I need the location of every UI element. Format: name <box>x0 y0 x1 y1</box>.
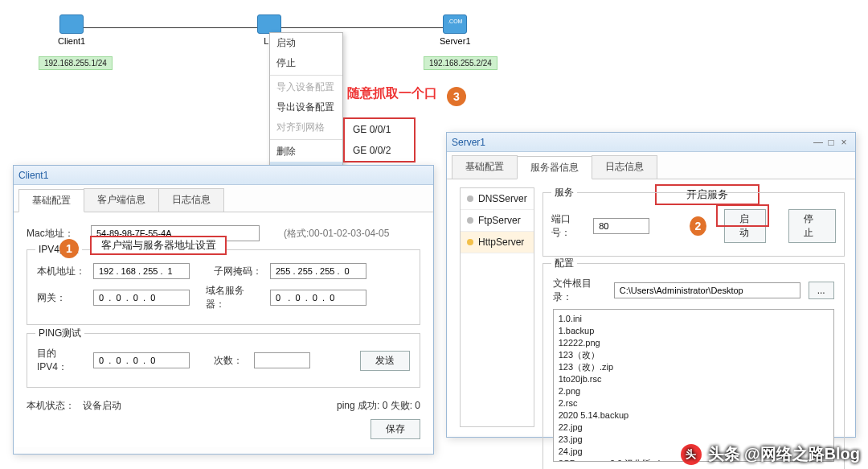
close-icon: × <box>837 137 850 148</box>
server-body: DNSServer FtpServer HttpServer 开启服务 服务 端… <box>447 179 855 435</box>
file-item[interactable]: 2020 5.14.backup <box>559 409 829 422</box>
gw-input[interactable] <box>93 290 190 306</box>
menu-item-delete[interactable]: 删除 <box>270 142 342 162</box>
circle-3: 3 <box>447 87 466 106</box>
minimize-icon: — <box>812 137 825 148</box>
service-fieldset: 服务 端口号： 2 启动 停止 <box>542 192 845 257</box>
mac-hint: (格式:00-01-02-03-04-05 <box>284 227 389 241</box>
file-item[interactable]: 12222.png <box>559 337 829 349</box>
localip-label: 本机地址： <box>37 265 85 278</box>
tab-basic[interactable]: 基础配置 <box>18 189 84 212</box>
tab-serverinfo[interactable]: 服务器信息 <box>517 156 592 179</box>
menu-item-start[interactable]: 启动 <box>270 33 342 53</box>
annotation-capture: 随意抓取一个口 <box>347 85 437 102</box>
annotation-box: 客户端与服务器地址设置 <box>90 236 227 255</box>
tab-basic[interactable]: 基础配置 <box>452 155 518 179</box>
target-input[interactable] <box>93 352 190 368</box>
menu-item-align: 对齐到网格 <box>270 117 342 138</box>
port-input[interactable] <box>593 218 649 234</box>
link-line <box>80 27 265 28</box>
client-window: Client1 基础配置 客户端信息 日志信息 Mac地址： (格式:00-01… <box>13 165 434 455</box>
page-watermark: 头 头条 @网络之路Blog <box>681 443 861 465</box>
service-dns[interactable]: DNSServer <box>461 188 534 210</box>
root-input[interactable] <box>614 282 800 298</box>
menu-item-export[interactable]: 导出设备配置 <box>270 97 342 117</box>
device-label: Client1 <box>58 36 85 46</box>
tab-clientinfo[interactable]: 客户端信息 <box>84 188 159 212</box>
file-item[interactable]: 123（改） <box>559 349 829 361</box>
count-input[interactable] <box>254 352 310 368</box>
switch-icon <box>257 14 281 34</box>
send-button[interactable]: 发送 <box>360 351 410 371</box>
config-fieldset: 配置 文件根目录： ... 1.0.ini1.backup12222.png12… <box>542 263 845 469</box>
server-icon <box>443 14 467 34</box>
toutiao-icon: 头 <box>681 444 702 465</box>
status-value: 设备启动 <box>83 399 121 413</box>
window-title: Server1 <box>452 137 485 148</box>
status-label: 本机状态： <box>27 399 75 413</box>
menu-item-stop[interactable]: 停止 <box>270 53 342 73</box>
status-dot <box>467 217 473 224</box>
watermark-text: 头条 @网络之路Blog <box>708 443 861 465</box>
tabs: 基础配置 服务器信息 日志信息 <box>447 152 855 179</box>
tab-log[interactable]: 日志信息 <box>592 155 657 179</box>
file-item[interactable]: 1.0.ini <box>559 313 829 325</box>
count-label: 次数： <box>214 354 246 368</box>
titlebar[interactable]: Client1 <box>14 166 433 185</box>
window-controls[interactable]: —□× <box>812 137 850 148</box>
service-label: FtpServer <box>478 215 521 226</box>
ping-legend: PING测试 <box>35 327 84 340</box>
file-item[interactable]: 1to20jb.rsc <box>559 373 829 385</box>
circle-1: 1 <box>59 239 79 258</box>
svc-legend: 服务 <box>551 186 577 200</box>
tabs: 基础配置 客户端信息 日志信息 <box>14 185 433 212</box>
menu-separator <box>270 75 342 76</box>
browse-button[interactable]: ... <box>809 282 834 299</box>
server-window: Server1 —□× 基础配置 服务器信息 日志信息 DNSServer Ft… <box>446 132 856 438</box>
localip-input[interactable] <box>93 263 190 279</box>
dns-label: 域名服务器： <box>206 284 262 311</box>
status-dot <box>467 195 473 202</box>
submenu-item[interactable]: GE 0/0/2 <box>345 140 414 161</box>
ping-status: ping 成功: 0 失败: 0 <box>337 399 420 413</box>
menu-separator <box>270 139 342 140</box>
window-title: Client1 <box>18 170 48 181</box>
menu-item-import: 导入设备配置 <box>270 77 342 97</box>
device-label: Server1 <box>440 36 471 46</box>
dns-input[interactable] <box>270 290 366 306</box>
titlebar[interactable]: Server1 —□× <box>447 133 855 152</box>
service-list: DNSServer FtpServer HttpServer <box>460 187 534 427</box>
stop-button[interactable]: 停止 <box>788 209 835 243</box>
link-line <box>277 27 446 28</box>
file-item[interactable]: 2.rsc <box>559 397 829 409</box>
ping-fieldset: PING测试 目的IPV4： 次数： 发送 <box>27 333 420 388</box>
port-label: 端口号： <box>551 212 586 240</box>
file-item[interactable]: 2.png <box>559 385 829 397</box>
ipv4-fieldset: IPV4配置 1 客户端与服务器地址设置 本机地址： 子网掩码： 网关： 域名服… <box>27 249 420 325</box>
gw-label: 网关： <box>37 291 85 305</box>
cfg-legend: 配置 <box>551 257 577 270</box>
file-item[interactable]: 123（改）.zip <box>559 361 829 373</box>
context-submenu[interactable]: GE 0/0/1 GE 0/0/2 <box>343 117 416 163</box>
service-label: DNSServer <box>478 193 527 204</box>
ip-badge-client: 192.168.255.1/24 <box>39 56 113 70</box>
mask-input[interactable] <box>270 263 366 279</box>
maximize-icon: □ <box>825 137 837 148</box>
ip-badge-server: 192.168.255.2/24 <box>424 56 497 70</box>
tab-log[interactable]: 日志信息 <box>158 188 224 212</box>
device-client[interactable]: Client1 <box>58 14 85 46</box>
file-item[interactable]: 22.jpg <box>559 422 829 434</box>
annotation-start-box <box>716 204 769 227</box>
service-ftp[interactable]: FtpServer <box>461 210 534 232</box>
circle-2: 2 <box>690 216 706 236</box>
device-server[interactable]: Server1 <box>440 14 471 46</box>
pc-icon <box>59 14 84 34</box>
service-http[interactable]: HttpServer <box>461 232 534 253</box>
mac-label: Mac地址： <box>27 227 83 241</box>
service-label: HttpServer <box>478 237 524 248</box>
file-list[interactable]: 1.0.ini1.backup12222.png123（改）123（改）.zip… <box>553 309 834 462</box>
submenu-item[interactable]: GE 0/0/1 <box>345 119 414 140</box>
target-label: 目的IPV4： <box>37 347 85 374</box>
save-button[interactable]: 保存 <box>371 419 420 439</box>
file-item[interactable]: 1.backup <box>559 325 829 337</box>
